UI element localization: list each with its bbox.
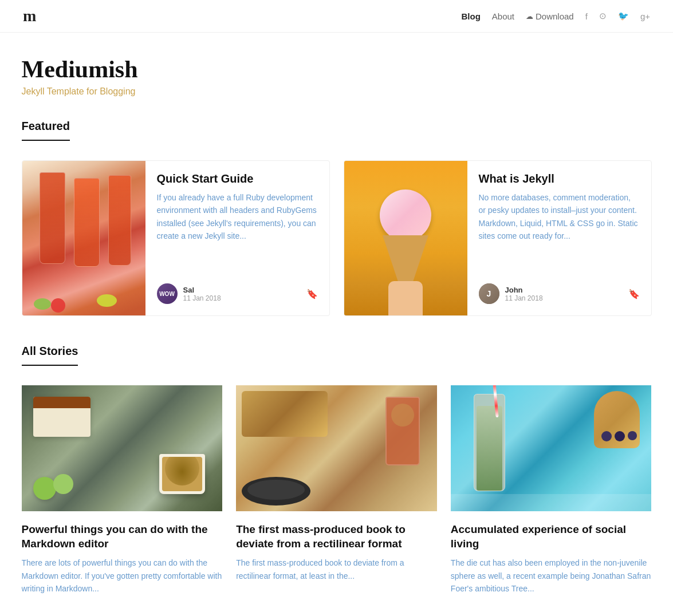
- stories-section: All Stories: [22, 345, 652, 607]
- nav-download[interactable]: ☁ Download: [526, 11, 574, 21]
- featured-card-2-title: What is Jekyll: [479, 172, 640, 185]
- author-avatar-sal: WOW: [157, 283, 178, 304]
- featured-card-1: Quick Start Guide If you already have a …: [22, 160, 330, 316]
- author-info-1: WOW Sal 11 Jan 2018: [157, 283, 221, 304]
- stories-title: All Stories: [22, 345, 78, 366]
- story-card-1-body: Powerful things you can do with the Mark…: [22, 511, 223, 607]
- nav-links: Blog About ☁ Download f ⊙ 🐦 g+: [461, 11, 650, 21]
- bookmark-icon-1[interactable]: 🔖: [306, 289, 318, 299]
- featured-card-2-excerpt: No more databases, comment moderation, o…: [479, 191, 640, 243]
- story-card-3-body: Accumulated experience of social living …: [451, 511, 652, 607]
- story-card-2: The first mass-produced book to deviate …: [236, 385, 437, 607]
- story-card-2-body: The first mass-produced book to deviate …: [236, 511, 437, 594]
- github-icon[interactable]: ⊙: [599, 11, 607, 21]
- featured-card-1-body: Quick Start Guide If you already have a …: [145, 161, 329, 315]
- facebook-icon[interactable]: f: [585, 11, 588, 21]
- featured-card-2: What is Jekyll No more databases, commen…: [344, 160, 652, 316]
- story-card-3: Accumulated experience of social living …: [451, 385, 652, 607]
- story-card-1-excerpt: There are lots of powerful things you ca…: [22, 556, 223, 595]
- featured-section: Featured: [22, 120, 652, 316]
- featured-grid: Quick Start Guide If you already have a …: [22, 160, 652, 316]
- twitter-icon[interactable]: 🐦: [618, 11, 629, 21]
- featured-card-2-image: [344, 161, 467, 315]
- author-date-2: 11 Jan 2018: [505, 294, 543, 302]
- site-title: Mediumish: [22, 56, 652, 83]
- story-card-1-image: [22, 385, 223, 511]
- googleplus-icon[interactable]: g+: [640, 11, 650, 21]
- story-card-2-title: The first mass-produced book to deviate …: [236, 523, 437, 551]
- story-card-2-excerpt: The first mass-produced book to deviate …: [236, 556, 437, 582]
- featured-card-1-excerpt: If you already have a full Ruby developm…: [157, 191, 318, 243]
- hero-section: Mediumish Jekyll Template for Blogging: [22, 56, 652, 97]
- featured-card-1-image: [22, 161, 145, 315]
- story-card-1-title: Powerful things you can do with the Mark…: [22, 523, 223, 551]
- story-card-3-excerpt: The die cut has also been employed in th…: [451, 556, 652, 595]
- featured-card-2-body: What is Jekyll No more databases, commen…: [467, 161, 651, 315]
- navigation: m Blog About ☁ Download f ⊙ 🐦 g+: [0, 0, 673, 33]
- author-date-1: 11 Jan 2018: [183, 294, 221, 302]
- cloud-download-icon: ☁: [526, 12, 533, 21]
- featured-title: Featured: [22, 120, 70, 141]
- featured-card-2-footer: J John 11 Jan 2018 🔖: [479, 283, 640, 304]
- author-text-1: Sal 11 Jan 2018: [183, 286, 221, 302]
- author-name-1: Sal: [183, 286, 221, 294]
- story-card-1: Powerful things you can do with the Mark…: [22, 385, 223, 607]
- story-card-3-image: [451, 385, 652, 511]
- author-avatar-john: J: [479, 283, 499, 304]
- featured-card-1-footer: WOW Sal 11 Jan 2018 🔖: [157, 283, 318, 304]
- main-content: Mediumish Jekyll Template for Blogging F…: [10, 33, 663, 616]
- bookmark-icon-2[interactable]: 🔖: [628, 289, 640, 299]
- site-logo[interactable]: m: [23, 7, 36, 25]
- story-card-2-image: [236, 385, 437, 511]
- featured-card-1-title: Quick Start Guide: [157, 172, 318, 185]
- author-info-2: J John 11 Jan 2018: [479, 283, 543, 304]
- stories-grid: Powerful things you can do with the Mark…: [22, 385, 652, 607]
- site-subtitle: Jekyll Template for Blogging: [22, 86, 652, 97]
- nav-blog[interactable]: Blog: [461, 11, 480, 21]
- story-card-3-title: Accumulated experience of social living: [451, 523, 652, 551]
- author-name-2: John: [505, 286, 543, 294]
- author-text-2: John 11 Jan 2018: [505, 286, 543, 302]
- nav-about[interactable]: About: [492, 11, 514, 21]
